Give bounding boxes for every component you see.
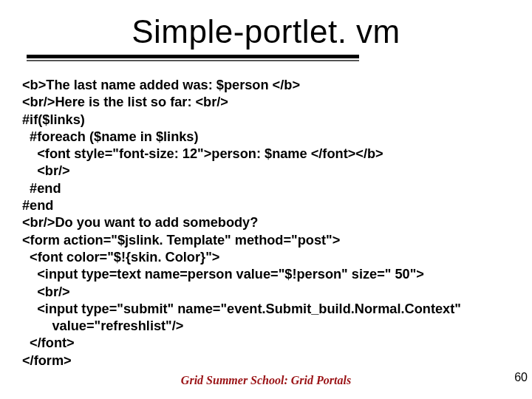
title-rule	[27, 55, 359, 61]
slide: Simple-portlet. vm <b>The last name adde…	[0, 0, 532, 399]
slide-title: Simple-portlet. vm	[0, 13, 532, 50]
code-block: <b>The last name added was: $person </b>…	[22, 77, 510, 369]
footer-text: Grid Summer School: Grid Portals	[0, 374, 532, 387]
page-number: 60	[514, 371, 528, 384]
